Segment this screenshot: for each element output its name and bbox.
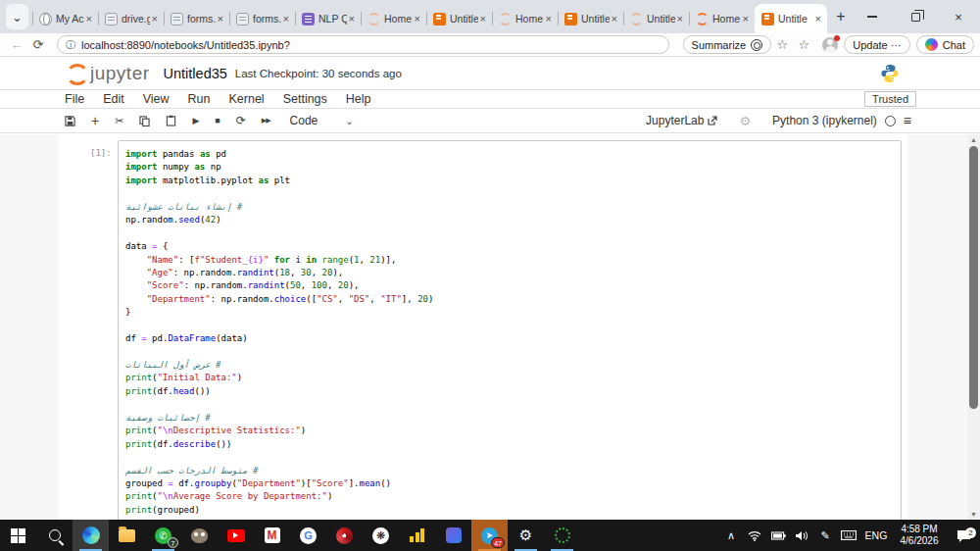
copy-cell-button[interactable]: [139, 116, 150, 126]
run-cell-button[interactable]: ▶: [192, 116, 199, 125]
touch-keyboard-button[interactable]: [837, 530, 860, 540]
restore-button[interactable]: [894, 0, 937, 33]
code-line: # إنشاء بيانات عشوائية: [125, 201, 893, 214]
browser-tab[interactable]: forms.×: [229, 4, 295, 33]
taskbar-settings-button[interactable]: ⚙: [508, 520, 544, 551]
menu-settings[interactable]: Settings: [283, 92, 327, 106]
scroll-down-icon[interactable]: ▼: [967, 511, 980, 518]
taskbar-whatsapp-button[interactable]: ✆7: [145, 520, 181, 551]
minimize-button[interactable]: [851, 0, 894, 33]
chat-button[interactable]: Chat: [916, 35, 974, 54]
menu-icon[interactable]: ≡: [904, 113, 911, 128]
taskbar-telegram-button[interactable]: ➤47: [471, 520, 508, 551]
browser-tab[interactable]: My Ac×: [32, 4, 98, 33]
volume-button[interactable]: [790, 530, 813, 541]
browser-tab[interactable]: Untitle×: [426, 4, 492, 33]
interrupt-kernel-button[interactable]: ■: [215, 116, 220, 125]
restart-run-all-button[interactable]: ▶▶: [262, 117, 270, 125]
tab-close-icon[interactable]: ×: [216, 13, 225, 25]
wifi-button[interactable]: [743, 530, 766, 541]
windows-taskbar: ✆7 M G ❋ ➤47 ⚙ ∧ ✎ ENG: [0, 520, 980, 551]
tab-close-icon[interactable]: ×: [150, 13, 160, 25]
tab-close-icon[interactable]: ×: [544, 13, 554, 25]
save-button[interactable]: [65, 116, 75, 126]
taskbar-green-ring-button[interactable]: [544, 520, 580, 551]
language-indicator[interactable]: ENG: [860, 529, 892, 541]
scrollbar-thumb[interactable]: [969, 146, 978, 409]
taskbar-office-button[interactable]: [435, 520, 471, 551]
jupyterlab-link[interactable]: JupyterLab: [646, 114, 717, 127]
code-cell[interactable]: import pandas as pdimport numpy as npimp…: [118, 140, 902, 520]
taskbar-acrobat-button[interactable]: [326, 520, 363, 551]
browser-tab[interactable]: NLP Q×: [295, 4, 361, 33]
refresh-button[interactable]: ⟳: [27, 37, 49, 52]
taskbar-search-button[interactable]: [36, 520, 73, 551]
trusted-button[interactable]: Trusted: [864, 91, 916, 107]
clock[interactable]: 4:58 PM 4/6/2026: [892, 524, 947, 548]
back-button[interactable]: ←: [6, 37, 27, 52]
browser-tab[interactable]: Untitle×: [623, 4, 689, 33]
edge-icon: [82, 526, 100, 544]
menu-view[interactable]: View: [143, 92, 170, 106]
browser-tab[interactable]: Home×: [689, 4, 755, 33]
tab-close-icon[interactable]: ×: [281, 13, 291, 25]
taskbar-gimp-button[interactable]: [181, 520, 218, 551]
menu-edit[interactable]: Edit: [103, 92, 124, 106]
tab-close-icon[interactable]: ×: [478, 13, 488, 25]
kernel-name[interactable]: Python 3 (ipykernel): [772, 114, 877, 127]
start-button[interactable]: [0, 520, 36, 551]
battery-button[interactable]: [766, 531, 790, 540]
tab-search-button[interactable]: ⌄: [6, 4, 28, 29]
browser-tab[interactable]: Home×: [492, 4, 558, 33]
collections-button[interactable]: ☆: [793, 37, 814, 52]
taskbar-powerbi-button[interactable]: [399, 520, 435, 551]
cell-type-dropdown[interactable]: Code ⌄: [290, 114, 354, 127]
update-button[interactable]: Update ···: [844, 35, 910, 54]
gear-icon[interactable]: ⚙: [739, 114, 751, 128]
menu-run[interactable]: Run: [188, 92, 211, 106]
taskbar-chatgpt-button[interactable]: ❋: [363, 520, 399, 551]
restart-kernel-button[interactable]: ⟳: [236, 114, 246, 127]
taskbar-edge-button[interactable]: [73, 520, 109, 551]
tab-close-icon[interactable]: ×: [741, 13, 751, 25]
favorite-button[interactable]: ☆: [771, 37, 793, 52]
cut-cell-button[interactable]: ✂: [115, 115, 123, 127]
browser-tab[interactable]: Home×: [361, 4, 426, 33]
summarize-button[interactable]: Summarize: [683, 35, 772, 54]
taskbar-gmail-button[interactable]: M: [254, 520, 290, 551]
browser-tab[interactable]: drive.g×: [98, 4, 164, 33]
code-editor[interactable]: import pandas as pdimport numpy as npimp…: [125, 148, 893, 517]
tab-close-icon[interactable]: ×: [347, 13, 357, 25]
menu-kernel[interactable]: Kernel: [229, 92, 265, 106]
taskbar-youtube-button[interactable]: [218, 520, 254, 551]
address-bar[interactable]: ⓘ localhost:8890/notebooks/Untitled35.ip…: [57, 35, 669, 54]
add-cell-button[interactable]: +: [91, 113, 99, 128]
taskbar-google-button[interactable]: G: [290, 520, 326, 551]
site-info-icon[interactable]: ⓘ: [66, 38, 75, 52]
jupyter-logo[interactable]: jupyter: [63, 63, 164, 84]
notebook-scrollbar[interactable]: ▲ ▼: [967, 134, 980, 520]
tab-close-icon[interactable]: ×: [675, 13, 685, 25]
browser-tab-active[interactable]: Untitle×: [755, 4, 827, 33]
pen-button[interactable]: ✎: [813, 529, 837, 542]
profile-avatar[interactable]: [822, 37, 838, 53]
tab-close-icon[interactable]: ×: [610, 13, 619, 25]
browser-tab[interactable]: forms.×: [164, 4, 229, 33]
new-tab-button[interactable]: +: [831, 4, 851, 29]
action-center-button[interactable]: 2: [947, 529, 980, 542]
paste-cell-button[interactable]: [166, 115, 176, 126]
notebook-title[interactable]: Untitled35: [164, 66, 227, 81]
back-icon: ←: [11, 37, 24, 52]
menu-help[interactable]: Help: [346, 92, 371, 106]
tray-expand-button[interactable]: ∧: [719, 529, 743, 542]
menu-file[interactable]: File: [65, 92, 84, 106]
tab-close-icon[interactable]: ×: [413, 13, 422, 25]
code-line: # إحصائيات وصفية: [125, 412, 893, 425]
scroll-up-icon[interactable]: ▲: [967, 136, 980, 143]
jupyter-header: jupyter Untitled35 Last Checkpoint: 30 s…: [0, 57, 980, 90]
tab-close-icon[interactable]: ×: [813, 13, 823, 25]
taskbar-explorer-button[interactable]: [109, 520, 145, 551]
browser-tab[interactable]: Untitle×: [558, 4, 623, 33]
close-window-button[interactable]: ×: [937, 0, 980, 33]
tab-close-icon[interactable]: ×: [84, 13, 94, 25]
